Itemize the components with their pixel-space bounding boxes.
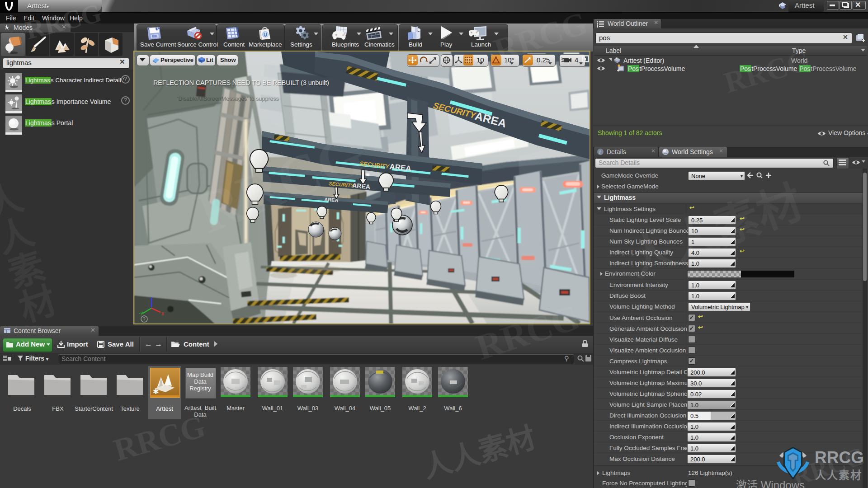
svg-text:✱: ✱ [153,388,159,395]
svg-text:AREA: AREA [352,182,371,190]
svg-text:x: x [161,310,164,317]
svg-text:-y: -y [139,310,143,315]
svg-text:i: i [599,149,601,155]
svg-text:?: ? [143,317,146,322]
